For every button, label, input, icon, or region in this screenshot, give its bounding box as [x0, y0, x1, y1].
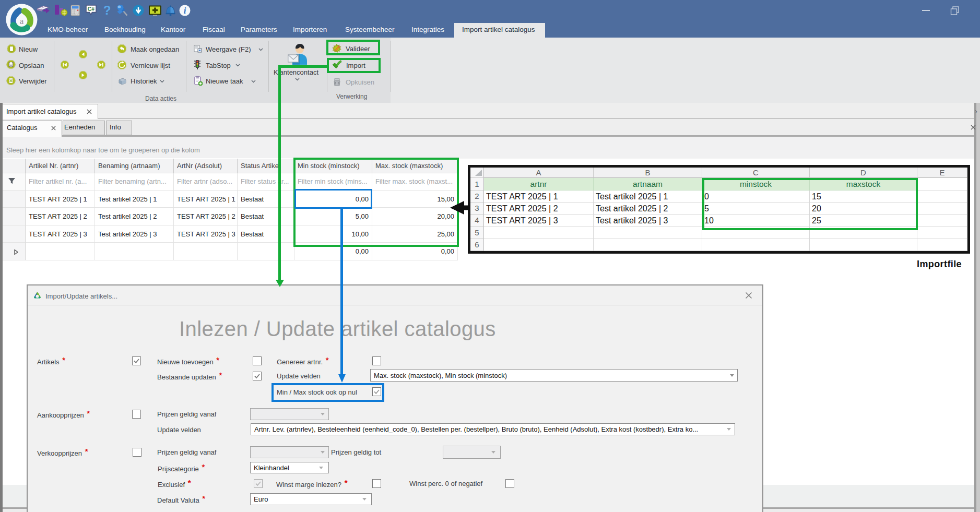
svg-text:i: i — [184, 6, 186, 16]
svg-text:?: ? — [103, 4, 111, 17]
svg-text:a: a — [20, 16, 24, 26]
svg-text:C#: C# — [88, 6, 95, 12]
